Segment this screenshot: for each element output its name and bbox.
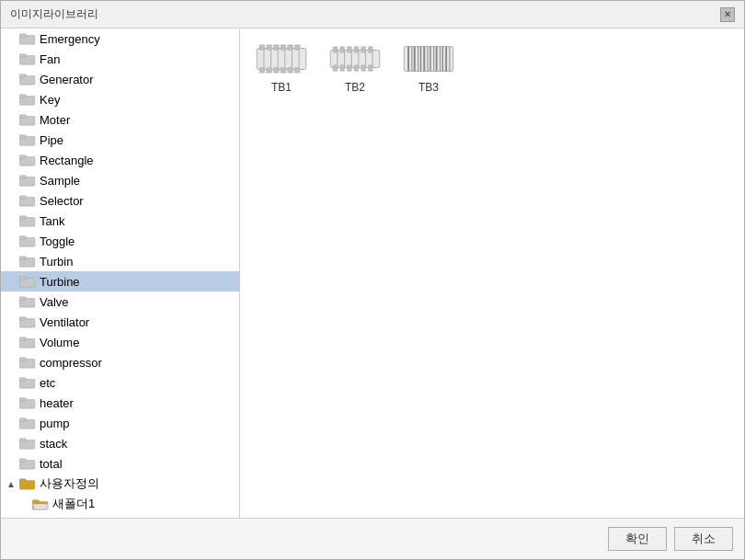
tree-item-newfolder1[interactable]: 새폴더1 — [1, 494, 239, 514]
svg-rect-23 — [19, 257, 26, 260]
folder-icon-turbine — [19, 275, 36, 288]
folder-icon-ventilator — [19, 315, 36, 328]
tree-item-ventilator[interactable]: Ventilator — [1, 312, 239, 332]
tree-item-key[interactable]: Key — [1, 89, 239, 109]
close-button[interactable]: ✕ — [720, 7, 735, 22]
folder-icon-pipe — [19, 133, 36, 146]
svg-rect-39 — [19, 418, 26, 422]
tree-label-emergency: Emergency — [40, 32, 100, 46]
tree-label-moter: Moter — [40, 113, 70, 127]
svg-rect-45 — [19, 479, 26, 483]
confirm-button[interactable]: 확인 — [608, 527, 667, 551]
thumb-item-tb1[interactable]: TB1 — [249, 38, 314, 94]
tree-item-total[interactable]: total — [1, 453, 239, 474]
svg-rect-27 — [19, 297, 26, 301]
thumb-label-tb3: TB3 — [418, 81, 439, 94]
tree-label-toggle: Toggle — [40, 234, 74, 248]
svg-rect-63 — [273, 67, 279, 73]
svg-rect-84 — [361, 64, 366, 71]
svg-rect-85 — [368, 64, 372, 71]
folder-icon-emergency — [19, 32, 36, 45]
svg-rect-77 — [354, 46, 359, 52]
svg-rect-62 — [267, 67, 272, 73]
svg-rect-15 — [19, 176, 26, 179]
tree-item-volume[interactable]: Volume — [1, 332, 239, 352]
tree-label-fan: Fan — [40, 52, 60, 66]
tree-item-compressor[interactable]: compressor — [1, 352, 239, 372]
tree-item-generator[interactable]: Generator — [1, 69, 239, 89]
svg-rect-65 — [288, 67, 293, 73]
tree-label-pump: pump — [40, 417, 70, 430]
tree-item-toggle[interactable]: Toggle — [1, 231, 239, 251]
tree-item-sample[interactable]: Sample — [1, 170, 239, 190]
tree-item-moter[interactable]: Moter — [1, 109, 239, 130]
folder-icon-stack — [19, 437, 36, 450]
close-icon: ✕ — [724, 9, 731, 19]
thumb-image-tb1 — [254, 38, 309, 79]
svg-rect-13 — [19, 155, 26, 159]
tree-label-compressor: compressor — [40, 356, 102, 370]
tree-item-stack[interactable]: stack — [1, 433, 239, 453]
tree-item-emergency[interactable]: Emergency — [1, 29, 239, 49]
svg-rect-61 — [259, 67, 265, 73]
svg-rect-43 — [19, 459, 26, 463]
svg-rect-19 — [19, 216, 26, 220]
tree-item-etc[interactable]: etc — [1, 372, 239, 393]
tree-item-tank[interactable]: Tank — [1, 211, 239, 231]
tree-label-rectangle: Rectangle — [40, 154, 94, 167]
svg-rect-78 — [361, 46, 366, 52]
svg-rect-9 — [19, 115, 26, 119]
folder-icon-toggle — [19, 234, 36, 247]
tree-label-heater: heater — [40, 396, 74, 410]
tree-label-selector: Selector — [40, 194, 84, 208]
svg-rect-58 — [281, 44, 286, 50]
thumb-image-tb3 — [401, 38, 456, 79]
folder-icon-key — [19, 93, 36, 106]
folder-icon-userdefined — [19, 477, 36, 490]
folder-icon-selector — [19, 194, 36, 207]
tree-item-pipe[interactable]: Pipe — [1, 130, 239, 150]
svg-rect-66 — [294, 67, 300, 73]
svg-rect-60 — [294, 44, 300, 50]
folder-icon-volume — [19, 336, 36, 349]
tree-item-turbine[interactable]: Turbine — [1, 271, 239, 291]
folder-icon-total — [19, 457, 36, 470]
thumb-image-tb2 — [327, 38, 383, 79]
tree-item-userdefined[interactable]: ▲ 사용자정의 — [1, 474, 239, 494]
svg-rect-1 — [19, 34, 26, 38]
svg-rect-7 — [19, 95, 26, 98]
tree-label-sample: Sample — [40, 174, 80, 188]
folder-icon-tank — [19, 214, 36, 227]
thumb-item-tb2[interactable]: TB2 — [323, 38, 387, 94]
tree-item-rectangle[interactable]: Rectangle — [1, 150, 239, 170]
tree-label-newfolder1: 새폴더1 — [52, 496, 95, 512]
svg-rect-47 — [32, 500, 39, 504]
tree-label-etc: etc — [40, 376, 55, 390]
thumb-label-tb1: TB1 — [271, 81, 292, 94]
folder-icon-turbin — [19, 255, 36, 268]
folder-icon-etc — [19, 376, 36, 389]
tree-item-pump[interactable]: pump — [1, 413, 239, 433]
svg-rect-64 — [281, 67, 286, 73]
folder-icon-pump — [19, 417, 36, 429]
svg-rect-76 — [347, 46, 351, 52]
svg-rect-35 — [19, 378, 26, 382]
cancel-button[interactable]: 취소 — [674, 527, 733, 551]
svg-rect-37 — [19, 398, 26, 402]
thumb-label-tb2: TB2 — [345, 81, 365, 94]
tree-item-fan[interactable]: Fan — [1, 49, 239, 69]
folder-icon-newfolder1 — [32, 497, 49, 510]
tree-panel[interactable]: Emergency Fan Generator Key Moter Pipe R… — [1, 29, 240, 518]
tree-item-selector[interactable]: Selector — [1, 190, 239, 211]
svg-rect-11 — [19, 135, 26, 139]
tree-label-tank: Tank — [40, 214, 64, 228]
thumb-item-tb3[interactable]: TB3 — [396, 38, 461, 94]
folder-icon-generator — [19, 73, 36, 86]
tree-item-heater[interactable]: heater — [1, 393, 239, 413]
tree-label-key: Key — [40, 93, 60, 107]
dialog-title: 이미지라이브러리 — [10, 6, 98, 22]
bottom-bar: 확인 취소 — [1, 519, 744, 559]
tree-item-turbin[interactable]: Turbin — [1, 251, 239, 271]
expand-arrow-userdefined: ▲ — [6, 479, 19, 489]
tree-item-valve[interactable]: Valve — [1, 291, 239, 312]
